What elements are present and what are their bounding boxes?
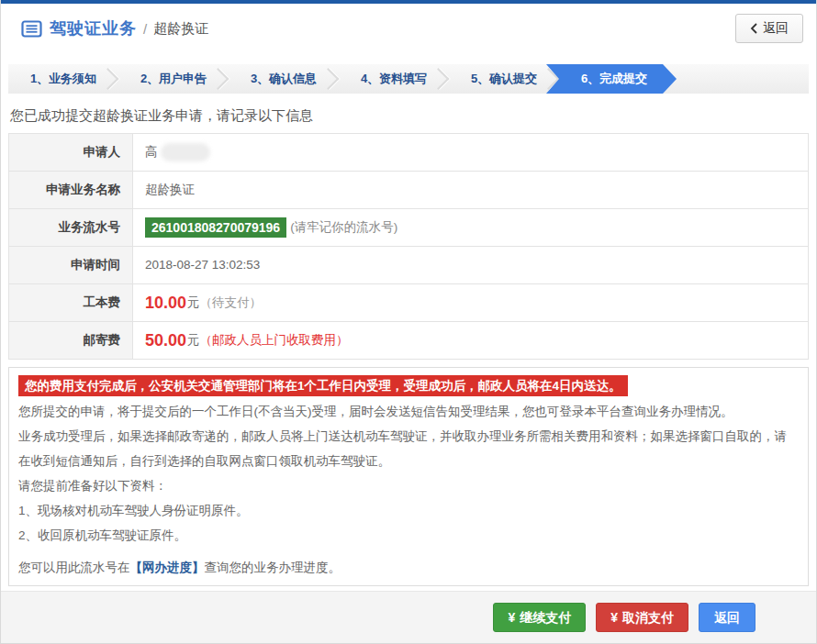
step-label: 4、资料填写	[361, 72, 427, 85]
footer-action-bar: ¥ 继续支付 ¥ 取消支付 返回	[1, 591, 816, 643]
result-info-table: 申请人 高 申请业务名称 超龄换证 业务流水号 2610018082700791…	[8, 133, 809, 360]
yen-icon: ¥	[610, 610, 618, 625]
footer-back-button[interactable]: 返回	[699, 603, 755, 632]
table-row-apply-time: 申请时间 2018-08-27 13:02:53	[9, 247, 808, 284]
row-label: 业务流水号	[9, 209, 133, 246]
continue-pay-button[interactable]: ¥ 继续支付	[493, 603, 586, 632]
table-row-work-fee: 工本费 10.00 元 （待支付）	[9, 284, 808, 322]
steps-bar: 1、业务须知 2、用户申告 3、确认信息 4、资料填写 5、确认提交 6、完成提…	[8, 64, 809, 94]
page-title: 驾驶证业务	[50, 17, 137, 39]
breadcrumb-divider: /	[143, 21, 147, 37]
applicant-name: 高	[145, 134, 158, 171]
success-message: 您已成功提交超龄换证业务申请，请记录以下信息	[10, 107, 807, 125]
table-row-serial-number: 业务流水号 261001808270079196 (请牢记你的流水号)	[9, 209, 808, 247]
step-label: 1、业务须知	[30, 72, 96, 85]
steps-bar-filler	[677, 64, 809, 94]
notice-paragraph: 请您提前准备好以下资料：	[18, 473, 799, 498]
row-label: 邮寄费	[9, 322, 133, 359]
fee-unit: 元	[187, 284, 200, 321]
step-6-complete-submit: 6、完成提交	[546, 64, 677, 94]
step-5-confirm-submit: 5、确认提交	[449, 64, 559, 94]
step-2-user-declaration: 2、用户申告	[118, 64, 229, 94]
fee-unit: 元	[187, 322, 200, 359]
page: 驾驶证业务 / 超龄换证 返回 1、业务须知 2、用户申告 3、确认信息 4、资…	[0, 0, 817, 644]
serial-number-badge: 261001808270079196	[145, 217, 286, 238]
row-value: 10.00 元 （待支付）	[133, 284, 808, 321]
notice-paragraph: 业务成功受理后，如果选择邮政寄递的，邮政人员将上门送达机动车驾驶证，并收取办理业…	[18, 424, 799, 473]
payment-warning-banner: 您的费用支付完成后，公安机关交通管理部门将在1个工作日内受理，受理成功后，邮政人…	[18, 375, 628, 396]
progress-query-note: 您可以用此流水号在【网办进度】查询您的业务办理进度。	[18, 555, 799, 580]
row-value: 261001808270079196 (请牢记你的流水号)	[133, 209, 808, 246]
list-icon	[21, 20, 42, 38]
redacted-name-blur	[161, 143, 210, 161]
cancel-pay-button[interactable]: ¥ 取消支付	[596, 603, 688, 632]
row-value: 2018-08-27 13:02:53	[133, 247, 808, 283]
breadcrumb-current: 超龄换证	[153, 20, 208, 38]
continue-pay-label: 继续支付	[520, 610, 571, 625]
step-label: 2、用户申告	[140, 72, 207, 85]
business-name: 超龄换证	[145, 172, 195, 208]
step-1-business-notes: 1、业务须知	[8, 64, 118, 94]
step-label: 3、确认信息	[251, 72, 317, 85]
back-button-label: 返回	[763, 20, 789, 37]
step-4-fill-materials: 4、资料填写	[339, 64, 449, 94]
row-value: 高	[133, 134, 808, 171]
table-row-applicant: 申请人 高	[9, 134, 808, 172]
row-value: 超龄换证	[133, 172, 808, 208]
post-fee-amount: 50.00	[145, 322, 186, 359]
table-row-business-name: 申请业务名称 超龄换证	[9, 172, 808, 209]
notice-box: 您的费用支付完成后，公安机关交通管理部门将在1个工作日内受理，受理成功后，邮政人…	[8, 367, 809, 586]
cancel-pay-label: 取消支付	[622, 610, 674, 625]
step-label: 5、确认提交	[471, 72, 537, 85]
progress-note-suffix: 查询您的业务办理进度。	[205, 561, 341, 574]
row-label: 申请业务名称	[9, 172, 133, 208]
footer-back-label: 返回	[714, 610, 740, 625]
row-label: 申请人	[9, 134, 133, 171]
notice-paragraph: 您所提交的申请，将于提交后的一个工作日(不含当天)受理，届时会发送短信告知受理结…	[18, 399, 799, 424]
notice-list-item: 2、收回原机动车驾驶证原件。	[18, 523, 799, 548]
chevron-left-icon	[750, 23, 757, 34]
table-row-post-fee: 邮寄费 50.00 元 （邮政人员上门收取费用）	[9, 322, 808, 360]
header: 驾驶证业务 / 超龄换证 返回	[1, 4, 816, 53]
post-fee-note: （邮政人员上门收取费用）	[200, 322, 349, 359]
progress-note-prefix: 您可以用此流水号在	[18, 561, 130, 574]
apply-time: 2018-08-27 13:02:53	[145, 247, 260, 283]
step-label: 6、完成提交	[581, 72, 647, 85]
work-fee-amount: 10.00	[145, 284, 186, 321]
serial-note: (请牢记你的流水号)	[290, 209, 397, 246]
back-button[interactable]: 返回	[735, 14, 803, 43]
row-label: 申请时间	[9, 247, 133, 283]
notice-list-item: 1、现场核对机动车驾驶人身份证明原件。	[18, 498, 799, 523]
yen-icon: ¥	[508, 610, 515, 625]
work-fee-note: （待支付）	[200, 284, 263, 321]
row-value: 50.00 元 （邮政人员上门收取费用）	[133, 322, 808, 359]
step-3-confirm-info: 3、确认信息	[229, 64, 339, 94]
row-label: 工本费	[9, 284, 133, 321]
online-progress-link[interactable]: 【网办进度】	[130, 561, 205, 574]
